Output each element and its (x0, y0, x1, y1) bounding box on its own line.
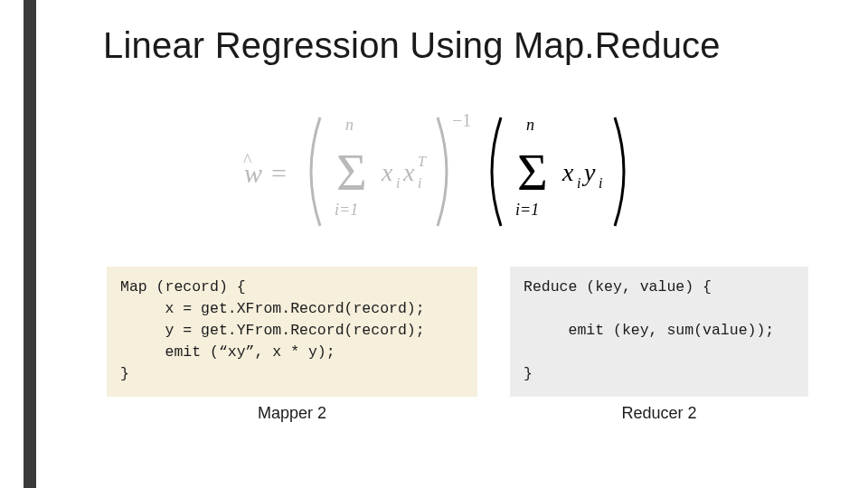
mapper-code: Map (record) { x = get.XFrom.Record(reco… (107, 267, 477, 397)
sum-lower-1: i=1 (335, 201, 358, 219)
page-title: Linear Regression Using Map.Reduce (103, 25, 721, 66)
svg-text:x: x (561, 158, 574, 186)
reducer-caption: Reducer 2 (621, 404, 696, 423)
svg-text:T: T (418, 154, 427, 169)
svg-text:i: i (577, 175, 580, 191)
mapper-column: Map (record) { x = get.XFrom.Record(reco… (107, 267, 477, 423)
svg-text:i: i (396, 175, 400, 191)
inverse-exponent: −1 (452, 110, 471, 130)
formula: w ^ = Σ n i=1 x i x i T −1 (0, 99, 868, 248)
slide: Linear Regression Using Map.Reduce w ^ =… (0, 0, 868, 488)
svg-text:i: i (418, 175, 421, 191)
svg-text:Σ: Σ (336, 143, 367, 202)
svg-text:^: ^ (243, 150, 252, 170)
svg-text:Σ: Σ (517, 143, 548, 202)
svg-text:=: = (271, 158, 287, 188)
sum-lower-2: i=1 (515, 201, 539, 219)
svg-text:x: x (381, 158, 393, 186)
reducer-column: Reduce (key, value) { emit (key, sum(val… (510, 267, 808, 423)
svg-text:x: x (402, 158, 415, 186)
mapper-caption: Mapper 2 (258, 404, 326, 423)
svg-text:i: i (599, 175, 602, 191)
reducer-code: Reduce (key, value) { emit (key, sum(val… (510, 267, 808, 397)
code-boxes: Map (record) { x = get.XFrom.Record(reco… (107, 267, 814, 423)
svg-text:y: y (581, 158, 596, 186)
sum-upper-1: n (345, 116, 354, 134)
sum-upper-2: n (526, 116, 534, 134)
